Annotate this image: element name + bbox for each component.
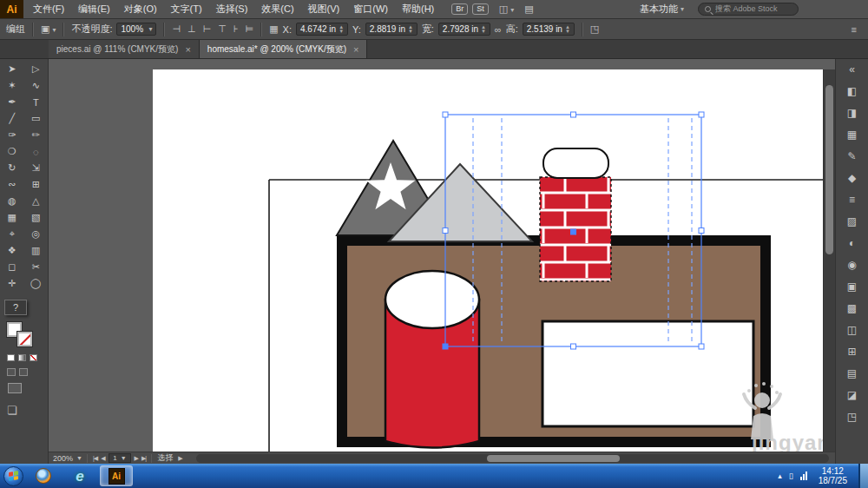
collapse-panels-icon[interactable]: « [839,61,865,78]
handle-bottom-left[interactable] [443,344,448,349]
align-right-icon[interactable]: ⊢ [203,23,212,35]
document-tab[interactable]: pieces.ai @ 111% (CMYK/预览) × [49,40,200,58]
artboard[interactable]: jingyan [153,69,823,452]
menu-item[interactable]: 选择(S) [209,3,255,16]
pathfinder-panel-icon[interactable]: ◪ [839,386,865,404]
handle-bottom-center[interactable] [571,344,576,349]
line-segment-tool-icon[interactable]: ╱ [0,110,24,127]
align-h-center-icon[interactable]: ⊥ [187,23,196,35]
menu-item[interactable]: 窗口(W) [346,3,395,16]
links-panel-icon[interactable]: ⊞ [839,343,865,360]
color-panel-icon[interactable]: ◧ [839,82,865,100]
cylinder-top-ellipse[interactable] [385,271,479,328]
window-rectangle[interactable] [542,321,753,426]
handle-bottom-right[interactable] [699,344,704,349]
fill-stroke-indicator[interactable] [7,322,35,348]
draw-normal-button[interactable] [7,368,16,376]
tab-close-icon[interactable]: × [185,44,190,55]
direct-selection-tool-icon[interactable]: ▷ [24,61,49,77]
slice-tool-icon[interactable]: ✂ [24,259,49,275]
bridge-badge[interactable]: Br [451,3,468,16]
handle-top-left[interactable] [443,112,448,117]
menu-item[interactable]: 文件(F) [26,3,71,16]
battery-icon[interactable]: ▯ [789,472,793,480]
menu-item[interactable]: 视图(V) [301,3,347,16]
handle-mid-right[interactable] [699,228,704,234]
tab-close-icon[interactable]: × [353,44,358,55]
navigator-panel-icon[interactable]: ◳ [839,408,865,425]
artboards-panel-icon[interactable]: ◫ [839,321,865,339]
taskbar-internet-explorer-button[interactable]: e [63,465,96,486]
color-button[interactable] [7,354,15,361]
rectangle-tool-icon[interactable]: ▭ [24,110,49,127]
x-input[interactable]: 4.6742 in▲▼ [296,23,348,36]
transparency-panel-icon[interactable]: ◐ [839,234,865,252]
width-input[interactable]: 2.7928 in▲▼ [438,23,490,36]
blend-tool-icon[interactable]: ◎ [24,226,49,242]
align-left-icon[interactable]: ⊣ [172,23,181,35]
blob-brush-tool-icon[interactable]: ❍ [0,143,24,160]
stroke-panel-icon[interactable]: ≡ [839,191,865,208]
canvas-area[interactable]: jingyan [49,59,835,464]
zoom-control[interactable]: 200% ▼ [53,454,82,463]
next-artboard-icon[interactable]: ▶ [135,455,138,462]
y-input[interactable]: 2.8819 in▲▼ [365,23,418,36]
document-tab[interactable]: homesale.ai* @ 200% (CMYK/预览) × [200,40,368,58]
stepper-icon[interactable]: ▲▼ [408,25,413,34]
artboard-tool-icon[interactable]: ◻ [0,259,24,275]
menu-item[interactable]: 对象(O) [117,3,164,16]
width-tool-icon[interactable]: ∾ [0,176,24,193]
none-button[interactable] [30,354,37,361]
previous-artboard-icon[interactable]: ◀ [101,455,104,462]
constrain-proportions-icon[interactable]: ∞ [495,24,502,35]
zoom-tool-icon[interactable]: ◯ [24,275,49,292]
help-panel[interactable]: ? [4,300,27,315]
brushes-panel-icon[interactable]: ✎ [839,148,865,165]
pen-tool-icon[interactable]: ✒ [0,94,24,110]
column-graph-tool-icon[interactable]: ▥ [24,242,49,259]
show-desktop-button[interactable] [858,464,868,488]
layout-switcher-icon[interactable]: ▤ [524,3,533,15]
shape-builder-tool-icon[interactable]: ◍ [0,193,24,209]
align-panel-icon[interactable]: ▤ [839,365,865,382]
stepper-icon[interactable]: ▲▼ [481,25,486,34]
last-artboard-icon[interactable]: ▶| [141,455,146,462]
symbols-panel-icon[interactable]: ◆ [839,169,865,187]
handle-mid-left[interactable] [443,228,448,234]
taskbar-illustrator-button[interactable]: Ai [100,465,133,486]
swatches-panel-icon[interactable]: ▦ [839,126,865,143]
hidden-icons-chevron-icon[interactable]: ▴ [778,472,782,480]
first-artboard-icon[interactable]: |◀ [93,455,97,462]
menu-item[interactable]: 效果(C) [254,3,300,16]
handle-top-right[interactable] [699,112,704,117]
gradient-button[interactable] [18,354,26,361]
eyedropper-tool-icon[interactable]: ⌖ [0,226,24,242]
draw-behind-button[interactable] [19,368,28,376]
horizontal-scrollbar-thumb[interactable] [487,455,620,462]
free-transform-tool-icon[interactable]: ⊞ [24,176,49,193]
status-menu-arrow-icon[interactable]: ▶ [178,455,181,462]
chimney-cap[interactable] [543,148,608,178]
menu-item[interactable]: 帮助(H) [395,3,441,16]
adobe-stock-search-input[interactable]: 搜索 Adobe Stock [698,3,799,16]
paintbrush-tool-icon[interactable]: ✑ [0,127,24,143]
height-input[interactable]: 2.5139 in▲▼ [523,23,575,36]
hand-tool-icon[interactable]: ✛ [0,275,24,292]
vertical-scrollbar-thumb[interactable] [825,85,833,254]
magic-wand-tool-icon[interactable]: ✶ [0,77,24,94]
layers-panel-icon[interactable]: ▩ [839,300,865,317]
graphic-styles-panel-icon[interactable]: ▣ [839,278,865,295]
panel-menu-icon[interactable]: ≡ [852,24,857,35]
menu-item[interactable]: 文字(T) [164,3,209,16]
artboard-number-input[interactable]: 1 ▼ [108,453,131,463]
mesh-tool-icon[interactable]: ▦ [0,209,24,226]
screen-mode-button[interactable] [8,383,22,393]
opacity-input[interactable]: 100%▾ [116,23,156,36]
color-guide-panel-icon[interactable]: ◨ [839,104,865,122]
gradient-tool-icon[interactable]: ▧ [24,209,49,226]
type-tool-icon[interactable]: T [24,94,49,110]
taskbar-clock[interactable]: 14:12 18/7/25 [814,466,852,485]
align-top-icon[interactable]: ⊤ [218,23,227,35]
reference-point-locator-icon[interactable]: ▦ [269,23,278,35]
workspace-switcher[interactable]: 基本功能▾ [640,3,684,16]
